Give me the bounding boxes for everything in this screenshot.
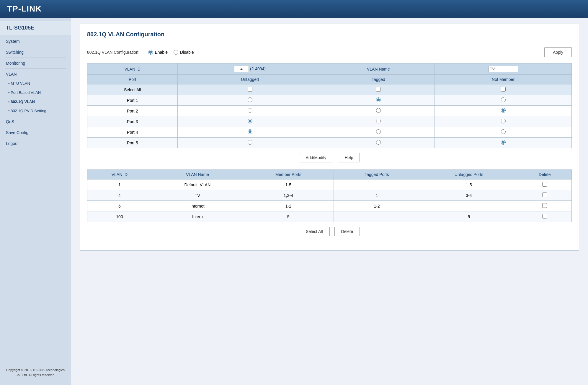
sidebar-item-system[interactable]: System: [0, 37, 71, 46]
sidebar-item-qos[interactable]: QoS: [0, 117, 71, 126]
select-all-row: Select All: [87, 84, 572, 95]
header: TP-LINK: [0, 0, 588, 18]
summary-table: VLAN ID VLAN Name Member Ports Tagged Po…: [87, 169, 572, 222]
tagged-header: Tagged: [322, 75, 435, 84]
row-untagged-ports: 1-5: [420, 180, 518, 190]
page-title: 802.1Q VLAN Configuration: [87, 31, 572, 41]
delete-checkbox-4[interactable]: [542, 192, 547, 197]
table-row: Port 3: [87, 116, 572, 127]
vlan-id-header-row: VLAN ID (2-4094) VLAN Name: [87, 63, 572, 75]
delete-button[interactable]: Delete: [334, 227, 360, 236]
vlan-name-col-header: VLAN Name: [322, 63, 435, 75]
bottom-buttons-row: Select All Delete: [87, 227, 572, 236]
panel: 802.1Q VLAN Configuration 802.1Q VLAN Co…: [80, 24, 579, 251]
delete-checkbox-1[interactable]: [542, 182, 547, 187]
port-4-not-member[interactable]: [501, 129, 506, 134]
enable-label: Enable: [155, 50, 168, 55]
port-1-not-member[interactable]: [501, 97, 506, 102]
port-4-tagged[interactable]: [376, 129, 381, 134]
not-member-header: Not Member: [435, 75, 572, 84]
port-2-tagged[interactable]: [376, 108, 381, 113]
row-tagged-ports: [334, 211, 420, 222]
port-5-tagged[interactable]: [376, 140, 381, 145]
port-2-label: Port 2: [87, 106, 178, 116]
sidebar-item-logout[interactable]: Logout: [0, 139, 71, 148]
sidebar-item-switching[interactable]: Switching: [0, 48, 71, 57]
port-4-untagged[interactable]: [248, 129, 252, 134]
vlan-config-table: VLAN ID (2-4094) VLAN Name Port Untagged: [87, 63, 572, 148]
vlan-name-input-cell: [435, 63, 572, 75]
enable-option[interactable]: Enable: [148, 50, 168, 55]
logo: TP-LINK: [7, 4, 42, 14]
sidebar-item-monitoring[interactable]: Monitoring: [0, 58, 71, 68]
delete-checkbox-6[interactable]: [542, 203, 547, 208]
sidebar-item-mtu-vlan[interactable]: • MTU VLAN: [0, 79, 71, 88]
delete-checkbox-100[interactable]: [542, 214, 547, 218]
vlan-id-range: (2-4094): [250, 66, 266, 71]
apply-button[interactable]: Apply: [544, 47, 572, 57]
radio-group: Enable Disable: [148, 50, 194, 55]
port-3-label: Port 3: [87, 116, 178, 127]
config-label: 802.1Q VLAN Configuration:: [87, 50, 139, 55]
row-member-ports: 1,3-4: [243, 190, 334, 201]
row-member-ports: 1-5: [243, 180, 334, 190]
enable-radio[interactable]: [148, 50, 153, 55]
summary-member-ports-header: Member Ports: [243, 170, 334, 180]
port-4-label: Port 4: [87, 127, 178, 138]
disable-radio[interactable]: [174, 50, 178, 55]
row-tagged-ports: [334, 180, 420, 190]
table-row: 1 Default_VLAN 1-5 1-5: [87, 180, 572, 190]
port-5-untagged[interactable]: [248, 140, 252, 145]
row-vlan-id: 6: [87, 201, 152, 211]
sidebar-item-vlan[interactable]: VLAN: [0, 69, 71, 79]
vlan-id-input-cell: (2-4094): [178, 63, 322, 75]
port-3-untagged[interactable]: [248, 119, 252, 123]
port-2-untagged[interactable]: [248, 108, 252, 113]
table-row: Port 5: [87, 138, 572, 148]
config-row: 802.1Q VLAN Configuration: Enable Disabl…: [87, 47, 572, 57]
sidebar-item-port-based-vlan[interactable]: • Port Based VLAN: [0, 88, 71, 97]
table-row: 6 Internet 1-2 1-2: [87, 201, 572, 211]
sidebar-item-save-config[interactable]: Save Config: [0, 128, 71, 137]
row-vlan-name: TV: [152, 190, 243, 201]
row-vlan-id: 4: [87, 190, 152, 201]
sidebar-copyright: Copyright © 2016 TP-LINK Technologies Co…: [0, 363, 71, 382]
disable-label: Disable: [180, 50, 194, 55]
vlan-id-col-header: VLAN ID: [87, 63, 178, 75]
row-tagged-ports: 1-2: [334, 201, 420, 211]
port-2-not-member[interactable]: [501, 108, 506, 113]
select-all-untagged[interactable]: [248, 87, 252, 92]
table-row: 100 Intern 5 5: [87, 211, 572, 222]
summary-vlan-id-header: VLAN ID: [87, 170, 152, 180]
vlan-id-input[interactable]: [234, 66, 249, 72]
select-all-label: Select All: [87, 84, 178, 95]
vlan-name-input[interactable]: [489, 66, 518, 72]
table-row: Port 4: [87, 127, 572, 138]
add-modify-button[interactable]: Add/Modify: [299, 153, 333, 162]
select-all-tagged[interactable]: [376, 87, 381, 92]
port-3-not-member[interactable]: [501, 119, 506, 123]
disable-option[interactable]: Disable: [174, 50, 194, 55]
sidebar-item-8021q-vlan[interactable]: • 802.1Q VLAN: [0, 97, 71, 106]
help-button[interactable]: Help: [338, 153, 360, 162]
sidebar: TL-SG105E System Switching Monitoring VL…: [0, 18, 71, 385]
sidebar-item-8021q-pvid[interactable]: • 802.1Q PVID Setting: [0, 106, 71, 115]
table-row: 4 TV 1,3-4 1 3-4: [87, 190, 572, 201]
port-5-not-member[interactable]: [501, 140, 506, 145]
row-vlan-name: Intern: [152, 211, 243, 222]
row-vlan-name: Default_VLAN: [152, 180, 243, 190]
port-1-untagged[interactable]: [248, 97, 252, 102]
summary-untagged-ports-header: Untagged Ports: [420, 170, 518, 180]
port-5-label: Port 5: [87, 138, 178, 148]
port-3-tagged[interactable]: [376, 119, 381, 123]
row-vlan-id: 100: [87, 211, 152, 222]
row-vlan-id: 1: [87, 180, 152, 190]
table-row: Port 2: [87, 106, 572, 116]
port-1-tagged[interactable]: [376, 97, 381, 102]
row-untagged-ports: [420, 201, 518, 211]
select-all-button[interactable]: Select All: [299, 227, 330, 236]
port-header: Port: [87, 75, 178, 84]
row-untagged-ports: 5: [420, 211, 518, 222]
port-header-row: Port Untagged Tagged Not Member: [87, 75, 572, 84]
select-all-not-member[interactable]: [501, 87, 506, 92]
